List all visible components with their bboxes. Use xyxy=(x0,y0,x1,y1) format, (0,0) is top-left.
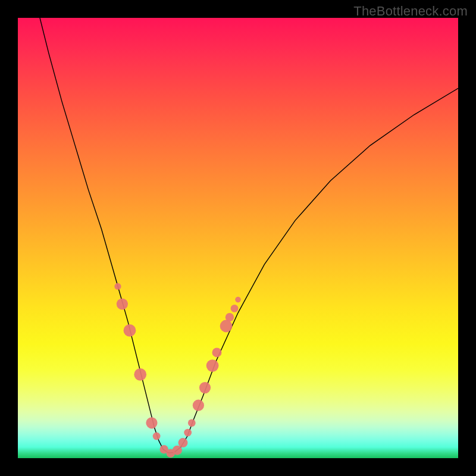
marker-point xyxy=(178,438,188,447)
marker-point xyxy=(226,313,234,321)
marker-point xyxy=(193,400,204,411)
watermark-label: TheBottleneck.com xyxy=(353,4,468,19)
marker-point xyxy=(184,429,192,437)
marker-point xyxy=(231,305,239,312)
marker-point xyxy=(206,359,219,372)
marker-point xyxy=(146,417,157,428)
marker-point xyxy=(199,382,211,393)
marker-point xyxy=(188,419,196,427)
chart-svg xyxy=(18,18,458,458)
marker-point xyxy=(173,446,182,455)
marker-point xyxy=(220,320,233,333)
marker-point xyxy=(117,298,128,309)
curve-line xyxy=(40,18,458,453)
marker-point xyxy=(235,297,241,303)
marker-point xyxy=(124,324,136,337)
marker-point xyxy=(153,433,161,440)
marker-point xyxy=(134,368,146,381)
marker-point xyxy=(212,347,221,357)
marker-point xyxy=(114,283,121,290)
frame: TheBottleneck.com xyxy=(0,0,476,476)
plot-area xyxy=(18,18,458,458)
marker-group xyxy=(114,283,240,458)
